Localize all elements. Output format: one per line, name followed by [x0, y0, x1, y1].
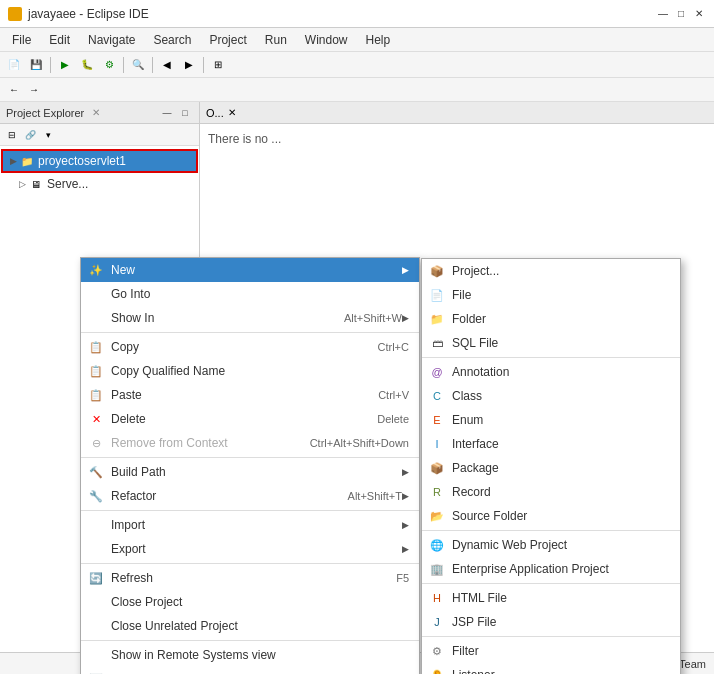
toolbar-sep-2: [123, 57, 124, 73]
sub-sep-1: [422, 357, 680, 358]
toolbar-sep-4: [203, 57, 204, 73]
import-icon: [87, 516, 105, 534]
submenu-new: 📦 Project... 📄 File 📁 Folder 🗃 SQL File: [421, 258, 681, 674]
right-panel-text: There is no ...: [208, 132, 281, 146]
sub-dynamic-web[interactable]: 🌐 Dynamic Web Project: [422, 533, 680, 557]
panel-title: Project Explorer: [6, 107, 84, 119]
sub-sql[interactable]: 🗃 SQL File: [422, 331, 680, 355]
ctx-new[interactable]: ✨ New ▶ 📦 Project... 📄 File 📁 Folder: [81, 258, 419, 282]
submenu-arrow-refactor: ▶: [402, 491, 409, 501]
debug-btn[interactable]: 🐛: [77, 55, 97, 75]
sub-sep-3: [422, 583, 680, 584]
close-button[interactable]: ✕: [692, 7, 706, 21]
eclipse-icon: [8, 7, 22, 21]
menu-edit[interactable]: Edit: [41, 31, 78, 49]
sub-interface[interactable]: I Interface: [422, 432, 680, 456]
ctx-remove-context[interactable]: ⊖ Remove from Context Ctrl+Alt+Shift+Dow…: [81, 431, 419, 455]
sub-filter[interactable]: ⚙ Filter: [422, 639, 680, 663]
ctx-build-path[interactable]: 🔨 Build Path ▶: [81, 460, 419, 484]
menu-file[interactable]: File: [4, 31, 39, 49]
ctx-delete[interactable]: ✕ Delete Delete: [81, 407, 419, 431]
sub-file[interactable]: 📄 File: [422, 283, 680, 307]
minimize-button[interactable]: —: [656, 7, 670, 21]
prev-btn[interactable]: ◀: [157, 55, 177, 75]
sub-interface-icon: I: [428, 435, 446, 453]
search-btn[interactable]: 🔍: [128, 55, 148, 75]
restore-button[interactable]: □: [674, 7, 688, 21]
servers-label: Serve...: [47, 177, 88, 191]
ctx-paste[interactable]: 📋 Paste Ctrl+V: [81, 383, 419, 407]
tree-item-proyectoservlet1[interactable]: ▶ 📁 proyectoservlet1: [1, 149, 198, 173]
forward-btn[interactable]: →: [24, 80, 44, 100]
link-editor-btn[interactable]: 🔗: [22, 127, 38, 143]
right-panel-content: There is no ...: [200, 124, 714, 154]
sub-jsp[interactable]: J JSP File: [422, 610, 680, 634]
new-file-btn[interactable]: 📄: [4, 55, 24, 75]
back-btn[interactable]: ←: [4, 80, 24, 100]
menu-window[interactable]: Window: [297, 31, 356, 49]
run-btn[interactable]: ▶: [55, 55, 75, 75]
sub-folder[interactable]: 📁 Folder: [422, 307, 680, 331]
ctx-go-into[interactable]: Go Into: [81, 282, 419, 306]
close-project-icon: [87, 593, 105, 611]
sub-class[interactable]: C Class: [422, 384, 680, 408]
submenu-arrow-show-in: ▶: [402, 313, 409, 323]
ctx-close-project[interactable]: Close Project: [81, 590, 419, 614]
right-panel-close: ✕: [228, 107, 236, 118]
sub-dynamic-web-icon: 🌐: [428, 536, 446, 554]
tree-item-servers[interactable]: ▷ 🖥 Serve...: [0, 174, 199, 194]
minimize-panel-btn[interactable]: —: [159, 105, 175, 121]
ctx-import[interactable]: Import ▶: [81, 513, 419, 537]
submenu-arrow-export: ▶: [402, 544, 409, 554]
perspective-btn[interactable]: ⊞: [208, 55, 228, 75]
main-area: Project Explorer ✕ — □ ⊟ 🔗 ▾ ▶ 📁 proyect…: [0, 102, 714, 652]
panel-header: Project Explorer ✕ — □: [0, 102, 199, 124]
sub-source-folder-icon: 📂: [428, 507, 446, 525]
ctx-sep-5: [81, 640, 419, 641]
sub-listener[interactable]: 👂 Listener: [422, 663, 680, 674]
coverage-btn[interactable]: ⚙: [99, 55, 119, 75]
ctx-show-remote[interactable]: Show in Remote Systems view: [81, 643, 419, 667]
view-menu-btn[interactable]: ▾: [40, 127, 56, 143]
sub-class-icon: C: [428, 387, 446, 405]
maximize-panel-btn[interactable]: □: [177, 105, 193, 121]
menu-project[interactable]: Project: [201, 31, 254, 49]
ctx-coverage-as[interactable]: 📊 Coverage As ▶: [81, 667, 419, 674]
sub-annotation[interactable]: @ Annotation: [422, 360, 680, 384]
sub-project[interactable]: 📦 Project...: [422, 259, 680, 283]
collapse-all-btn[interactable]: ⊟: [4, 127, 20, 143]
sub-package[interactable]: 📦 Package: [422, 456, 680, 480]
menu-search[interactable]: Search: [145, 31, 199, 49]
sub-html[interactable]: H HTML File: [422, 586, 680, 610]
sub-filter-icon: ⚙: [428, 642, 446, 660]
go-into-icon: [87, 285, 105, 303]
panel-controls: — □: [159, 105, 193, 121]
sub-jsp-icon: J: [428, 613, 446, 631]
ctx-close-unrelated[interactable]: Close Unrelated Project: [81, 614, 419, 638]
sub-ear[interactable]: 🏢 Enterprise Application Project: [422, 557, 680, 581]
title-bar: javayaee - Eclipse IDE — □ ✕: [0, 0, 714, 28]
menu-run[interactable]: Run: [257, 31, 295, 49]
ctx-refactor[interactable]: 🔧 Refactor Alt+Shift+T ▶: [81, 484, 419, 508]
ctx-copy[interactable]: 📋 Copy Ctrl+C: [81, 335, 419, 359]
sub-package-icon: 📦: [428, 459, 446, 477]
menu-navigate[interactable]: Navigate: [80, 31, 143, 49]
sub-enum[interactable]: E Enum: [422, 408, 680, 432]
sub-record[interactable]: R Record: [422, 480, 680, 504]
sub-html-icon: H: [428, 589, 446, 607]
ctx-refresh[interactable]: 🔄 Refresh F5: [81, 566, 419, 590]
sub-annotation-icon: @: [428, 363, 446, 381]
ctx-show-in[interactable]: Show In Alt+Shift+W ▶: [81, 306, 419, 330]
right-panel-tab: O...: [206, 107, 224, 119]
sub-source-folder[interactable]: 📂 Source Folder: [422, 504, 680, 528]
right-panel-header: O... ✕: [200, 102, 714, 124]
ctx-copy-qualified[interactable]: 📋 Copy Qualified Name: [81, 359, 419, 383]
ctx-sep-1: [81, 332, 419, 333]
sub-sql-icon: 🗃: [428, 334, 446, 352]
save-btn[interactable]: 💾: [26, 55, 46, 75]
sub-listener-icon: 👂: [428, 666, 446, 674]
next-btn[interactable]: ▶: [179, 55, 199, 75]
menu-help[interactable]: Help: [358, 31, 399, 49]
ctx-export[interactable]: Export ▶: [81, 537, 419, 561]
refactor-icon: 🔧: [87, 487, 105, 505]
